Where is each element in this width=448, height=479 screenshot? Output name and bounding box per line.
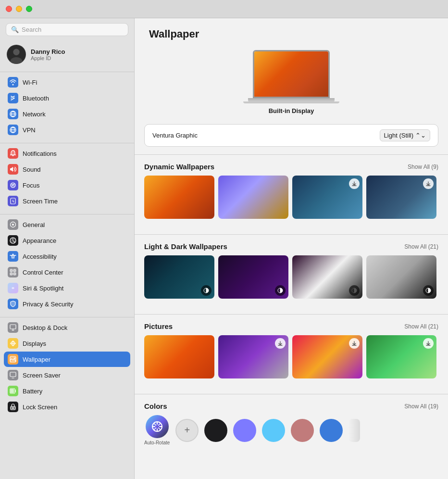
wallpaper-thumb[interactable]: [292, 335, 362, 378]
main-divider-3: [135, 314, 448, 315]
laptop-screen: [253, 50, 330, 98]
accessibility-icon: [8, 251, 18, 262]
download-badge: [423, 338, 434, 349]
sidebar-item-label: Focus: [23, 182, 39, 189]
color-swatch-rose[interactable]: [291, 419, 314, 442]
color-swatch-black[interactable]: [204, 419, 227, 442]
display-preview: Built-in Display: [135, 45, 448, 124]
color-add-button[interactable]: +: [175, 419, 199, 442]
svg-rect-12: [10, 273, 12, 275]
sidebar-hardware-section: Desktop & Dock Displays: [0, 319, 134, 418]
sidebar-item-label: Notifications: [23, 150, 57, 157]
app-container: 🔍 Danny Rico Apple ID: [0, 18, 448, 479]
pictures-wallpaper-grid: [144, 335, 438, 378]
wallpaper-icon: [8, 354, 18, 365]
search-input-wrapper[interactable]: 🔍: [6, 23, 128, 36]
desktop-icon: [8, 322, 18, 333]
notifications-icon: [8, 148, 18, 159]
sidebar-item-label: Screen Saver: [23, 372, 61, 379]
pictures-section-title: Pictures: [144, 322, 173, 330]
lightdark-wallpaper-grid: [144, 255, 438, 299]
mode-badge: [423, 285, 434, 296]
sidebar-item-lockscreen[interactable]: Lock Screen: [4, 399, 130, 415]
sidebar-item-bluetooth[interactable]: Bluetooth: [4, 90, 130, 106]
sidebar: 🔍 Danny Rico Apple ID: [0, 18, 135, 479]
sidebar-item-wallpaper[interactable]: Wallpaper: [4, 352, 130, 367]
wallpaper-thumb[interactable]: [292, 255, 362, 299]
wallpaper-thumb[interactable]: [144, 335, 214, 378]
partial-scroll-colors: [348, 419, 360, 442]
svg-point-25: [12, 407, 14, 409]
wallpaper-thumb[interactable]: [292, 176, 362, 219]
sidebar-item-general[interactable]: General: [4, 217, 130, 232]
main-divider-4: [135, 394, 448, 394]
sidebar-item-battery[interactable]: Battery: [4, 383, 130, 399]
color-swatch-teal[interactable]: [262, 419, 285, 442]
user-info: Danny Rico Apple ID: [31, 48, 65, 61]
wallpaper-thumb[interactable]: [366, 335, 436, 378]
lightdark-wallpapers-section: Light & Dark Wallpapers Show All (21): [135, 242, 448, 306]
auto-rotate-option[interactable]: Auto-Rotate: [144, 415, 170, 445]
screentime-icon: [8, 196, 18, 206]
wallpaper-thumb[interactable]: [218, 176, 288, 219]
lockscreen-icon: [8, 402, 18, 412]
sidebar-item-notifications[interactable]: Notifications: [4, 146, 130, 161]
user-profile[interactable]: Danny Rico Apple ID: [0, 41, 134, 70]
search-icon: 🔍: [11, 26, 19, 33]
wallpaper-thumb[interactable]: [218, 335, 288, 378]
sidebar-item-vpn[interactable]: VPN: [4, 122, 130, 138]
wallpaper-thumb[interactable]: [366, 176, 436, 219]
sidebar-item-sound[interactable]: Sound: [4, 162, 130, 177]
pictures-show-all[interactable]: Show All (21): [404, 323, 438, 330]
sidebar-item-wifi[interactable]: Wi-Fi: [4, 75, 130, 90]
sidebar-item-label: Wi-Fi: [23, 79, 37, 86]
sidebar-item-appearance[interactable]: Appearance: [4, 233, 130, 248]
sidebar-item-label: Displays: [23, 340, 46, 347]
sidebar-item-label: General: [23, 221, 45, 228]
search-input[interactable]: [22, 26, 123, 33]
color-swatch-blue[interactable]: [320, 419, 343, 442]
dynamic-section-title: Dynamic Wallpapers: [144, 163, 214, 171]
color-swatch-purple[interactable]: [233, 419, 256, 442]
sidebar-item-label: Battery: [23, 388, 42, 395]
wallpaper-thumb[interactable]: [218, 255, 288, 299]
sidebar-item-displays[interactable]: Displays: [4, 336, 130, 351]
close-button[interactable]: [6, 6, 12, 12]
sidebar-system-section: General Appearance Acces: [0, 216, 134, 315]
colors-show-all[interactable]: Show All (19): [404, 403, 438, 410]
svg-point-20: [14, 358, 15, 359]
download-badge: [275, 338, 286, 349]
pictures-section: Pictures Show All (21): [135, 322, 448, 386]
sidebar-item-controlcenter[interactable]: Control Center: [4, 265, 130, 280]
sidebar-divider-4: [0, 317, 134, 317]
svg-rect-23: [11, 389, 14, 393]
svg-rect-21: [10, 372, 16, 377]
colors-section-header: Colors Show All (19): [144, 402, 438, 410]
sidebar-item-network[interactable]: Network: [4, 106, 130, 122]
screensaver-icon: [8, 370, 18, 380]
sidebar-item-label: Screen Time: [23, 198, 58, 205]
wallpaper-style-dropdown[interactable]: Light (Still) ⌃⌄: [380, 129, 430, 141]
sidebar-item-privacy[interactable]: Privacy & Security: [4, 296, 130, 312]
lightdark-section-header: Light & Dark Wallpapers Show All (21): [144, 242, 438, 251]
svg-rect-13: [13, 273, 16, 275]
sidebar-item-screensaver[interactable]: Screen Saver: [4, 367, 130, 383]
dynamic-show-all[interactable]: Show All (9): [408, 164, 438, 170]
sidebar-item-label: Desktop & Dock: [23, 324, 67, 331]
wallpaper-thumb[interactable]: [366, 255, 436, 299]
svg-rect-11: [13, 269, 16, 272]
focus-icon: [8, 180, 18, 190]
lightdark-show-all[interactable]: Show All (21): [404, 243, 438, 250]
wallpaper-thumb[interactable]: [144, 176, 214, 219]
maximize-button[interactable]: [26, 6, 32, 12]
sidebar-item-desktop[interactable]: Desktop & Dock: [4, 320, 130, 335]
wallpaper-thumb[interactable]: [144, 255, 214, 299]
displays-icon: [8, 338, 18, 349]
minimize-button[interactable]: [16, 6, 22, 12]
sidebar-item-accessibility[interactable]: Accessibility: [4, 249, 130, 264]
controlcenter-icon: [8, 267, 18, 277]
sidebar-item-focus[interactable]: Focus: [4, 177, 130, 193]
sidebar-item-screentime[interactable]: Screen Time: [4, 193, 130, 209]
sidebar-item-siri[interactable]: Siri & Spotlight: [4, 280, 130, 296]
laptop-bottom: [243, 101, 339, 103]
